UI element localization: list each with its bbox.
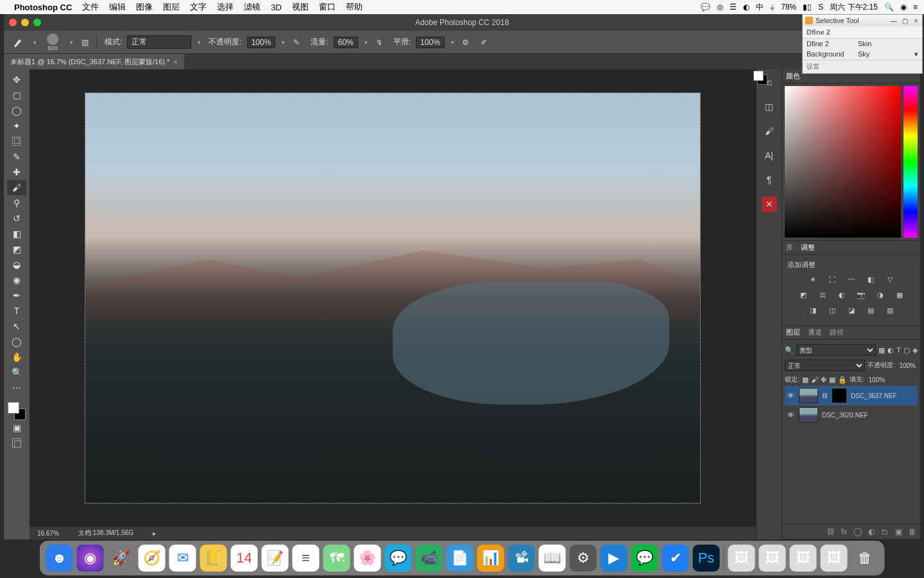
mode-chevron-icon[interactable]: ▾ <box>198 39 201 46</box>
close-panel-icon[interactable]: ✕ <box>762 197 777 212</box>
tool-preset-chevron-icon[interactable]: ▾ <box>33 39 37 46</box>
layer-thumb[interactable] <box>799 388 818 403</box>
brush-tool[interactable]: 🖌 <box>7 180 26 195</box>
brush-settings-icon[interactable]: 🖌 <box>762 123 777 139</box>
canvas[interactable] <box>85 92 701 504</box>
quick-select-tool[interactable]: ✦ <box>7 118 26 134</box>
path-select-tool[interactable]: ↖ <box>7 319 26 334</box>
launchpad-app[interactable]: 🚀 <box>108 545 135 572</box>
menu-type[interactable]: 文字 <box>190 1 207 13</box>
battery-icon[interactable]: ▮▯ <box>803 3 812 12</box>
menu-window[interactable]: 窗口 <box>319 1 336 13</box>
layer-name[interactable]: DSC_3637.NEF <box>851 392 897 399</box>
filter-smart-icon[interactable]: ◈ <box>912 346 918 355</box>
dock-recent-1[interactable]: 🖼 <box>728 545 755 572</box>
gear-icon[interactable]: ⚙ <box>459 36 472 49</box>
character-panel-icon[interactable]: A| <box>762 148 777 163</box>
link-layers-icon[interactable]: ⛓ <box>827 527 835 536</box>
player-app[interactable]: ▶ <box>601 545 628 572</box>
layer-row-1[interactable]: 👁 DSC_3620.NEF <box>785 405 918 425</box>
docinfo-readout[interactable]: 文档:138.3M/1.56G <box>78 529 133 538</box>
layer-opacity-value[interactable]: 100% <box>897 362 918 369</box>
notes-app[interactable]: 📝 <box>262 545 289 572</box>
mask-icon[interactable]: ◯ <box>853 527 862 536</box>
close-icon[interactable]: × <box>173 58 177 66</box>
pressure-size-icon[interactable]: ✐ <box>477 36 490 49</box>
wechat-app[interactable]: 💬 <box>631 545 658 572</box>
dock-recent-4[interactable]: 🖼 <box>821 545 848 572</box>
input-icon[interactable]: 中 <box>756 2 764 13</box>
marquee-tool[interactable]: ▢ <box>7 87 26 103</box>
maps-app[interactable]: 🗺 <box>323 545 350 572</box>
lock-paint-icon[interactable]: 🖌 <box>811 376 818 383</box>
visibility-icon[interactable]: 👁 <box>786 392 795 399</box>
panel-swatch[interactable] <box>753 71 767 85</box>
photo-filter-icon[interactable]: 📷 <box>855 289 868 301</box>
layer-name[interactable]: DSC_3620.NEF <box>822 412 868 419</box>
window-minimize-button[interactable] <box>21 19 29 26</box>
status-chevron-icon[interactable]: ▸ <box>153 530 156 537</box>
balance-icon[interactable]: ⚖ <box>816 289 829 301</box>
library-tab[interactable]: 库 <box>786 243 793 252</box>
opacity-value[interactable]: 100% <box>247 37 276 48</box>
channels-tab[interactable]: 通道 <box>808 328 822 337</box>
filter-type-select[interactable]: 类型 <box>796 344 876 356</box>
menu-layer[interactable]: 图层 <box>163 1 180 13</box>
blur-tool[interactable]: ◒ <box>7 257 26 272</box>
menu-select[interactable]: 选择 <box>217 1 234 13</box>
mode-select[interactable]: 正常 <box>127 35 191 49</box>
eraser-tool[interactable]: ◧ <box>7 226 26 241</box>
crop-tool[interactable]: ⿴ <box>7 134 26 149</box>
menu-view[interactable]: 视图 <box>292 1 309 13</box>
lock-all-icon[interactable]: 🔒 <box>838 376 847 384</box>
gradient-map-icon[interactable]: ▤ <box>864 304 877 316</box>
fx-icon[interactable]: fx <box>841 527 847 536</box>
exposure-icon[interactable]: ◧ <box>864 274 877 285</box>
opacity-chevron-icon[interactable]: ▾ <box>282 39 285 46</box>
calendar-app[interactable]: 14 <box>231 545 258 572</box>
posterize-icon[interactable]: ◫ <box>826 304 839 316</box>
window-zoom-button[interactable] <box>33 19 41 26</box>
reminders-app[interactable]: ≡ <box>293 545 320 572</box>
photoshop-app[interactable]: Ps <box>693 545 720 572</box>
sync-icon[interactable]: ◎ <box>717 3 723 12</box>
chevron-down-icon[interactable]: ▾ <box>914 50 918 58</box>
lasso-tool[interactable]: ◯ <box>7 103 26 118</box>
adjust-tab[interactable]: 调整 <box>801 243 815 252</box>
layers-tab[interactable]: 图层 <box>786 328 800 337</box>
mic-icon[interactable]: ◐ <box>743 3 749 12</box>
pen-tool[interactable]: ✒ <box>7 288 26 303</box>
shape-tool[interactable]: ◯ <box>7 334 26 349</box>
wifi-icon[interactable]: ⏚ <box>770 3 774 12</box>
lock-pos-icon[interactable]: ✥ <box>821 376 826 384</box>
tray-s-icon[interactable]: S <box>818 3 823 12</box>
filter-adjust-icon[interactable]: ◐ <box>887 346 894 355</box>
screenmode-tool[interactable]: ⿸ <box>7 435 26 451</box>
trash-icon[interactable]: 🗑 <box>909 527 916 536</box>
paths-tab[interactable]: 路径 <box>830 328 844 337</box>
filter-pixel-icon[interactable]: ▦ <box>878 346 885 355</box>
trash-app[interactable]: 🗑 <box>851 545 878 572</box>
properties-panel-icon[interactable]: ◫ <box>762 99 777 114</box>
menu-image[interactable]: 图像 <box>136 1 153 13</box>
selective-row-0[interactable]: Dfine 2 Skin <box>803 39 922 49</box>
safari-app[interactable]: 🧭 <box>139 545 166 572</box>
dock-recent-2[interactable]: 🖼 <box>759 545 786 572</box>
brightness-icon[interactable]: ☀ <box>807 274 819 285</box>
wechat-icon[interactable]: 💬 <box>701 3 710 12</box>
dock-recent-3[interactable]: 🖼 <box>790 545 817 572</box>
heal-tool[interactable]: ✚ <box>7 164 26 180</box>
vibrance-icon[interactable]: ▽ <box>884 274 896 285</box>
layer-thumb[interactable] <box>799 407 818 423</box>
menu-edit[interactable]: 编辑 <box>109 1 126 13</box>
color-swatch[interactable] <box>8 402 26 420</box>
color-tab[interactable]: 颜色 <box>786 71 800 81</box>
menu-filter[interactable]: 滤镜 <box>244 1 261 13</box>
zoom-readout[interactable]: 16.67% <box>37 530 59 537</box>
menu-3d[interactable]: 3D <box>271 3 282 12</box>
lookup-icon[interactable]: ▦ <box>893 289 906 301</box>
gradient-tool[interactable]: ◩ <box>7 241 26 257</box>
edit-toolbar[interactable]: ⋯ <box>7 380 26 396</box>
photos-app[interactable]: 🌸 <box>354 545 381 572</box>
todo-app[interactable]: ✔ <box>662 545 689 572</box>
